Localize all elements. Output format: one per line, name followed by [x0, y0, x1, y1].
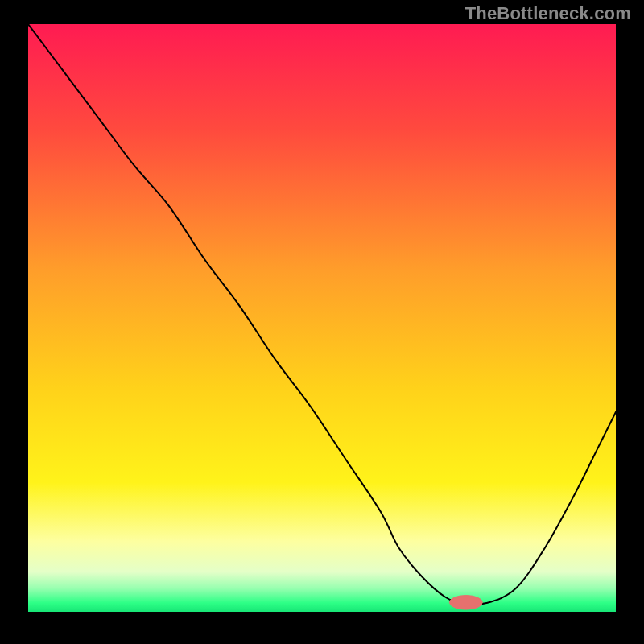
chart-frame: { "watermark": "TheBottleneck.com", "plo… [0, 0, 644, 644]
plot-background [28, 24, 616, 612]
bottleneck-chart [0, 0, 644, 644]
watermark-text: TheBottleneck.com [465, 3, 631, 24]
optimum-marker [449, 596, 482, 610]
